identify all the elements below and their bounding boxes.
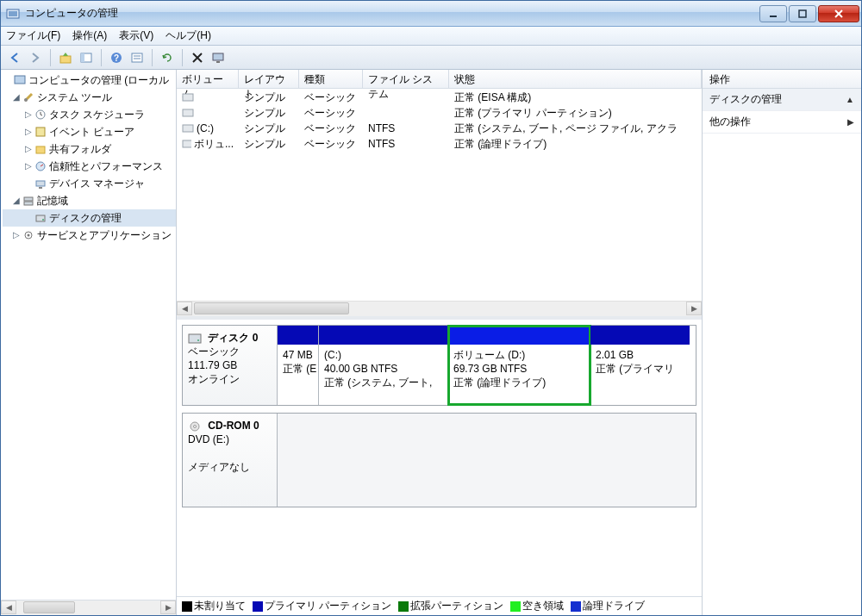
maximize-button[interactable] [789,5,816,22]
expand-icon[interactable]: ▷ [11,227,22,244]
disk-0-label[interactable]: ディスク 0 ベーシック 111.79 GB オンライン [183,326,278,405]
properties-button[interactable] [128,49,146,66]
actions-other-label: 他の操作 [709,115,751,129]
cell-filesystem: NTFS [363,138,449,150]
close-button[interactable] [818,5,859,22]
cell-type: ベーシック [299,90,363,105]
col-status[interactable]: 状態 [449,70,702,88]
partition-status: 正常 (E [283,363,316,375]
tree-root[interactable]: コンピュータの管理 (ローカル [3,72,176,89]
tree-label: タスク スケジューラ [49,106,145,123]
scroll-thumb[interactable] [194,302,349,314]
scroll-track[interactable] [192,302,686,316]
col-layout[interactable]: レイアウト [239,70,299,88]
delete-button[interactable] [189,49,206,66]
cdrom-icon [188,420,202,432]
help-icon: ? [109,51,123,65]
col-type[interactable]: 種類 [299,70,363,88]
back-button[interactable] [6,49,23,66]
scroll-left-button[interactable]: ◀ [1,600,16,614]
volume-rows: シンプルベーシック正常 (EISA 構成)シンプルベーシック正常 (プライマリ … [177,89,702,301]
cell-status: 正常 (システム, ブート, ページ ファイル, アクラ [449,121,702,136]
svg-rect-28 [183,94,193,101]
svg-rect-6 [81,53,84,62]
col-filesystem[interactable]: ファイル システム [363,70,449,88]
tree-systools[interactable]: ◢ システム ツール [3,89,176,106]
col-volume[interactable]: ボリューム [177,70,239,88]
scroll-left-button[interactable]: ◀ [177,302,192,315]
collapse-icon[interactable]: ◢ [11,89,22,106]
svg-point-35 [194,425,197,427]
expand-icon[interactable]: ▷ [23,158,34,175]
svg-rect-29 [183,109,193,116]
clock-icon [34,108,47,121]
partition[interactable]: 2.01 GB正常 (プライマリ [590,326,690,405]
cdrom-empty: メディアなし [188,461,250,473]
tree-label: 信頼性とパフォーマンス [49,158,163,175]
partition[interactable]: (C:)40.00 GB NTFS正常 (システム, ブート, [319,326,448,405]
cell-volume: ボリュ... [194,137,234,152]
tree-devmgr[interactable]: デバイス マネージャ [3,175,176,192]
expand-icon[interactable]: ▷ [23,106,34,123]
submenu-icon: ▶ [847,117,854,127]
tree-label: サービスとアプリケーション [37,227,172,244]
collapse-icon[interactable]: ◢ [11,192,22,209]
cell-layout: シンプル [239,90,299,105]
expand-icon[interactable]: ▷ [23,140,34,158]
svg-rect-2 [770,16,777,17]
toolbar-divider [182,49,183,66]
spacer [182,514,696,591]
tree-services[interactable]: ▷ サービスとアプリケーション [3,227,176,244]
partition-status: 正常 (プライマリ [596,363,674,375]
tree-hscrollbar[interactable]: ◀ ▶ [1,600,176,615]
actions-diskmgmt[interactable]: ディスクの管理 ▲ [703,89,861,111]
volume-icon [182,140,191,148]
main-body: コンピュータの管理 (ローカル ◢ システム ツール ▷ タスク スケジューラ … [1,70,861,615]
svg-rect-17 [36,128,45,136]
window-controls [758,5,859,22]
partition-size: 40.00 GB NTFS [324,363,397,375]
tree-label: 共有フォルダ [49,140,111,158]
tree-diskmgmt[interactable]: ディスクの管理 [3,209,176,227]
volume-row[interactable]: (C:)シンプルベーシックNTFS正常 (システム, ブート, ページ ファイル… [177,121,702,136]
partition-info: ボリューム (D:)69.73 GB NTFS正常 (論理ドライブ) [448,345,590,405]
scroll-right-button[interactable]: ▶ [160,600,176,614]
volume-hscrollbar[interactable]: ◀ ▶ [177,301,702,316]
actions-other[interactable]: 他の操作 ▶ [703,111,861,134]
menu-help[interactable]: ヘルプ(H) [166,28,211,43]
show-hide-button[interactable] [78,49,95,66]
tree-event[interactable]: ▷ イベント ビューア [3,123,176,140]
minimize-button[interactable] [759,5,787,22]
volume-row[interactable]: シンプルベーシック正常 (プライマリ パーティション) [177,105,702,121]
expand-icon[interactable]: ▷ [23,123,34,140]
tree-task[interactable]: ▷ タスク スケジューラ [3,106,176,123]
forward-button[interactable] [27,49,44,66]
refresh-button[interactable] [159,49,176,66]
partition[interactable]: 47 MB正常 (E [278,326,319,405]
folder-up-icon [59,51,72,65]
volume-row[interactable]: シンプルベーシック正常 (EISA 構成) [177,90,702,105]
svg-rect-9 [132,53,142,62]
svg-rect-18 [36,146,45,153]
perf-icon [34,159,47,173]
scroll-track[interactable] [16,600,160,615]
up-button[interactable] [57,49,74,66]
scroll-thumb[interactable] [23,601,75,613]
menu-view[interactable]: 表示(V) [119,28,153,43]
cdrom-label[interactable]: CD-ROM 0 DVD (E:) メディアなし [183,414,278,507]
scroll-right-button[interactable]: ▶ [686,302,702,315]
settings-button[interactable] [209,49,227,66]
app-window: コンピュータの管理 ファイル(F) 操作(A) 表示(V) ヘルプ(H) ? [0,0,862,616]
minimize-icon [769,9,778,18]
menu-file[interactable]: ファイル(F) [6,28,60,43]
tree-perf[interactable]: ▷ 信頼性とパフォーマンス [3,158,176,175]
partition-band [319,326,447,345]
tree-storage[interactable]: ◢ 記憶域 [3,192,176,209]
volume-row[interactable]: ボリュ...シンプルベーシックNTFS正常 (論理ドライブ) [177,136,702,152]
svg-rect-32 [189,334,201,343]
device-icon [34,177,47,190]
tree-shared[interactable]: ▷ 共有フォルダ [3,140,176,158]
menu-action[interactable]: 操作(A) [72,28,107,43]
help-button[interactable]: ? [108,49,125,66]
partition[interactable]: ボリューム (D:)69.73 GB NTFS正常 (論理ドライブ) [448,326,590,405]
